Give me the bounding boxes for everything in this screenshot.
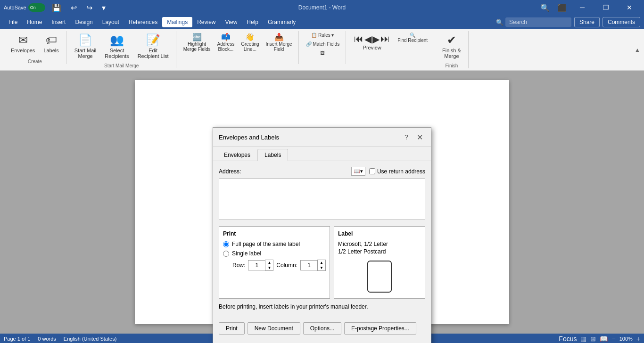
ribbon-group-start-mail-merge: 📄 Start Mail Merge 👥 Select Recipients 📝… bbox=[67, 31, 176, 68]
tab-envelopes[interactable]: Envelopes bbox=[217, 149, 257, 161]
ribbon-group-fields-content: 🔤 Highlight Merge Fields 📫 Address Block… bbox=[181, 31, 295, 62]
ribbon-greeting-line-btn[interactable]: 👋 Greeting Line... bbox=[239, 31, 261, 53]
ribbon-group-preview-content: ⏮ ◀ ▶ ⏭ Preview 🔍 Find Recipient bbox=[351, 31, 430, 64]
ribbon-group-create-label: Create bbox=[8, 59, 62, 64]
column-label: Column: bbox=[276, 262, 297, 269]
single-label-radio[interactable] bbox=[223, 251, 229, 257]
autosave-on-label: On bbox=[30, 5, 36, 10]
share-button[interactable]: Share bbox=[574, 17, 600, 27]
column-input[interactable] bbox=[300, 260, 317, 270]
rules-icon: 📋 Rules ▾ bbox=[311, 33, 334, 38]
print-section: Print Full page of the same label Single… bbox=[219, 226, 330, 299]
status-bar-right: Focus ▦ ⊞ 📖 − 100% + bbox=[559, 335, 640, 343]
use-return-address-text: Use return address bbox=[377, 168, 425, 175]
finish-merge-icon: ✔ bbox=[447, 33, 456, 47]
last-record-icon: ⏭ bbox=[380, 33, 390, 45]
search-input[interactable] bbox=[505, 17, 571, 27]
row-up-btn[interactable]: ▲ bbox=[265, 260, 273, 265]
zoom-in-btn[interactable]: + bbox=[636, 335, 640, 343]
ribbon-group-start-mail-merge-content: 📄 Start Mail Merge 👥 Select Recipients 📝… bbox=[71, 31, 172, 61]
single-label-option[interactable]: Single label bbox=[223, 250, 326, 257]
autosave-toggle[interactable]: On bbox=[28, 3, 45, 12]
column-down-btn[interactable]: ▼ bbox=[318, 265, 325, 270]
ribbon-edit-recipient-list-btn[interactable]: 📝 Edit Recipient List bbox=[134, 31, 172, 61]
ribbon-update-labels-btn[interactable]: 🖼 bbox=[304, 49, 342, 57]
match-fields-icon: 🔗 Match Fields bbox=[306, 41, 339, 47]
e-postage-btn[interactable]: E-postage Properties... bbox=[344, 322, 416, 335]
ribbon-start-mail-merge-btn[interactable]: 📄 Start Mail Merge bbox=[71, 31, 99, 61]
menu-file[interactable]: File bbox=[4, 17, 22, 27]
dialog-close-btn[interactable]: ✕ bbox=[414, 131, 425, 143]
ribbon-envelopes-btn[interactable]: ✉ Envelopes bbox=[8, 31, 38, 56]
preview-results-label: Preview bbox=[363, 45, 381, 50]
ribbon-highlight-merge-fields-btn[interactable]: 🔤 Highlight Merge Fields bbox=[181, 31, 213, 53]
undo-icon-btn[interactable]: ↩ bbox=[68, 1, 80, 14]
ribbon-rules-btn[interactable]: 📋 Rules ▾ bbox=[304, 31, 342, 39]
ribbon-insert-merge-field-btn[interactable]: 📥 Insert Merge Field bbox=[264, 31, 295, 53]
use-return-address-checkbox[interactable] bbox=[369, 168, 375, 174]
redo-icon-btn[interactable]: ↪ bbox=[83, 1, 95, 14]
main-content: Envelopes and Labels ? ✕ Envelopes Label… bbox=[0, 71, 644, 334]
single-label-label: Single label bbox=[232, 250, 261, 257]
read-mode-btn[interactable]: 📖 bbox=[600, 335, 608, 343]
ribbon-display-btn[interactable]: ⬛ bbox=[554, 1, 570, 14]
full-page-radio[interactable] bbox=[223, 241, 229, 247]
address-icon-btn[interactable]: 📖▾ bbox=[351, 167, 365, 176]
new-document-btn[interactable]: New Document bbox=[248, 322, 300, 335]
menu-review[interactable]: Review bbox=[192, 17, 220, 27]
comments-button[interactable]: Comments bbox=[603, 17, 640, 27]
menu-design[interactable]: Design bbox=[70, 17, 97, 27]
options-btn[interactable]: Options... bbox=[303, 322, 341, 335]
menu-home[interactable]: Home bbox=[22, 17, 47, 27]
dialog-help-btn[interactable]: ? bbox=[401, 131, 412, 143]
ribbon-preview-btn[interactable]: ⏮ ◀ ▶ ⏭ Preview bbox=[351, 31, 393, 53]
ribbon-group-preview: ⏮ ◀ ▶ ⏭ Preview 🔍 Find Recipient bbox=[347, 31, 434, 64]
web-layout-btn[interactable]: ⊞ bbox=[590, 335, 596, 343]
menu-mailings[interactable]: Mailings bbox=[162, 17, 192, 27]
print-layout-btn[interactable]: ▦ bbox=[580, 335, 586, 343]
more-commands-btn[interactable]: ▾ bbox=[99, 1, 108, 14]
label-section: Label Microsoft, 1/2 Letter 1/2 Letter P… bbox=[334, 226, 425, 299]
row-down-btn[interactable]: ▼ bbox=[265, 265, 273, 270]
menu-grammarly[interactable]: Grammarly bbox=[263, 17, 300, 27]
ribbon-group-rules-content: 📋 Rules ▾ 🔗 Match Fields 🖼 bbox=[304, 31, 342, 64]
select-recipients-icon: 👥 bbox=[110, 33, 124, 47]
ribbon-collapse-btn[interactable]: ▲ bbox=[635, 47, 640, 53]
zoom-out-btn[interactable]: − bbox=[611, 335, 615, 343]
envelope-label: Envelopes bbox=[11, 48, 35, 53]
restore-btn[interactable]: ❐ bbox=[595, 0, 617, 15]
tab-labels[interactable]: Labels bbox=[257, 149, 288, 161]
ribbon-finish-merge-btn[interactable]: ✔ Finish & Merge bbox=[439, 31, 464, 61]
focus-btn[interactable]: Focus bbox=[559, 335, 577, 343]
close-btn[interactable]: ✕ bbox=[619, 0, 640, 15]
menu-layout[interactable]: Layout bbox=[98, 17, 124, 27]
ribbon-find-recipient-btn[interactable]: 🔍 Find Recipient bbox=[395, 31, 430, 44]
search-area: 🔍 bbox=[496, 17, 571, 27]
ribbon-search-btn[interactable]: 🔍 bbox=[537, 1, 553, 14]
ribbon-labels-btn[interactable]: 🏷 Labels bbox=[40, 31, 62, 56]
preview-nav-icons: ⏮ ◀ ▶ ⏭ bbox=[354, 33, 390, 45]
first-record-icon: ⏮ bbox=[354, 33, 363, 45]
print-btn[interactable]: Print bbox=[219, 322, 245, 335]
menu-references[interactable]: References bbox=[124, 17, 162, 27]
save-icon-btn[interactable]: 💾 bbox=[49, 1, 64, 14]
dialog-title-bar: Envelopes and Labels ? ✕ bbox=[213, 128, 431, 147]
ribbon-address-block-btn[interactable]: 📫 Address Block... bbox=[215, 31, 237, 53]
find-recipient-label: Find Recipient bbox=[397, 38, 428, 43]
use-return-address-label[interactable]: Use return address bbox=[369, 168, 425, 175]
finish-merge-label: Finish & Merge bbox=[442, 48, 461, 59]
row-input[interactable] bbox=[248, 260, 265, 270]
dialog-title-buttons: ? ✕ bbox=[401, 131, 425, 143]
menu-view[interactable]: View bbox=[221, 17, 242, 27]
find-recipient-icon: 🔍 bbox=[410, 33, 415, 38]
ribbon-select-recipients-btn[interactable]: 👥 Select Recipients bbox=[101, 31, 132, 61]
ribbon-group-create-content: ✉ Envelopes 🏷 Labels bbox=[8, 31, 62, 57]
menu-insert[interactable]: Insert bbox=[47, 17, 70, 27]
menu-help[interactable]: Help bbox=[242, 17, 263, 27]
ribbon-rules-col: 📋 Rules ▾ 🔗 Match Fields 🖼 bbox=[304, 31, 342, 57]
column-up-btn[interactable]: ▲ bbox=[318, 260, 325, 265]
full-page-option[interactable]: Full page of the same label bbox=[223, 241, 326, 247]
address-textarea[interactable] bbox=[219, 179, 425, 220]
ribbon-match-fields-btn[interactable]: 🔗 Match Fields bbox=[304, 40, 342, 48]
minimize-btn[interactable]: ─ bbox=[571, 0, 593, 15]
